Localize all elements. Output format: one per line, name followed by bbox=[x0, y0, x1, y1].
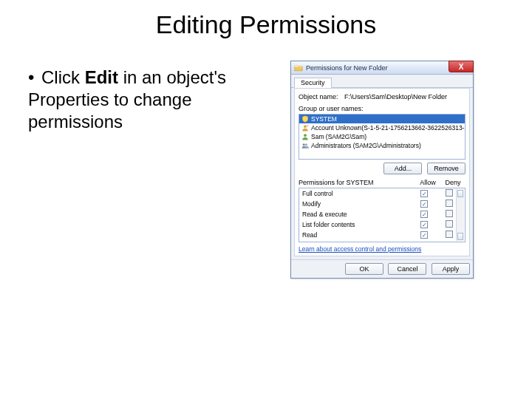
tab-strip: Security bbox=[291, 75, 473, 88]
folder-icon bbox=[294, 64, 303, 72]
person-unknown-icon: ? bbox=[301, 124, 309, 132]
user-item-system[interactable]: SYSTEM bbox=[299, 115, 465, 123]
security-panel: Object name: F:\Users\Sam\Desktop\New Fo… bbox=[294, 88, 470, 256]
allow-checkbox[interactable]: ✓ bbox=[420, 231, 428, 239]
perm-name: Modify bbox=[302, 200, 412, 208]
perm-name: List folder contents bbox=[302, 221, 412, 228]
scroll-up-icon[interactable] bbox=[457, 190, 463, 197]
user-item-label: Account Unknown(S-1-5-21-1756213662-3622… bbox=[311, 124, 466, 132]
user-item-unknown[interactable]: ? Account Unknown(S-1-5-21-1756213662-36… bbox=[299, 123, 465, 132]
permissions-scrollbar[interactable] bbox=[456, 189, 464, 241]
perm-row-full-control: Full control ✓ bbox=[299, 188, 465, 199]
svg-text:?: ? bbox=[307, 124, 309, 128]
close-icon: X bbox=[459, 63, 464, 71]
scroll-down-icon[interactable] bbox=[457, 233, 463, 240]
allow-checkbox[interactable]: ✓ bbox=[420, 190, 428, 197]
allow-checkbox[interactable]: ✓ bbox=[420, 200, 428, 208]
ok-button[interactable]: OK bbox=[345, 263, 383, 275]
dialog-titlebar[interactable]: Permissions for New Folder X bbox=[291, 61, 473, 75]
group-users-label: Group or user names: bbox=[299, 105, 364, 112]
deny-checkbox[interactable] bbox=[446, 200, 453, 207]
add-button[interactable]: Add... bbox=[383, 163, 422, 174]
perm-row-read: Read ✓ bbox=[299, 230, 465, 240]
svg-point-3 bbox=[303, 143, 305, 146]
perm-row-modify: Modify ✓ bbox=[299, 199, 465, 209]
apply-button[interactable]: Apply bbox=[432, 263, 470, 275]
allow-checkbox[interactable]: ✓ bbox=[420, 221, 428, 228]
permissions-dialog: Permissions for New Folder X Security Ob… bbox=[290, 61, 474, 279]
group-icon bbox=[301, 142, 309, 149]
user-item-sam[interactable]: Sam (SAM2G\Sam) bbox=[299, 132, 465, 141]
perm-row-list-folder: List folder contents ✓ bbox=[299, 219, 465, 230]
perm-row-read-execute: Read & execute ✓ bbox=[299, 209, 465, 219]
dialog-title: Permissions for New Folder bbox=[306, 64, 388, 72]
perm-name: Read bbox=[302, 231, 412, 239]
object-name-row: Object name: F:\Users\Sam\Desktop\New Fo… bbox=[299, 93, 466, 100]
permissions-grid: Full control ✓ Modify ✓ Read & execute ✓… bbox=[299, 188, 466, 242]
permissions-header: Permissions for SYSTEM Allow Deny bbox=[299, 179, 466, 186]
svg-point-2 bbox=[304, 134, 307, 137]
person-icon bbox=[301, 133, 309, 140]
cancel-button[interactable]: Cancel bbox=[388, 263, 426, 275]
user-item-label: Administrators (SAM2G\Administrators) bbox=[311, 142, 421, 149]
bullet-marker: • bbox=[28, 66, 41, 89]
allow-header: Allow bbox=[415, 179, 440, 186]
close-button[interactable]: X bbox=[449, 61, 474, 72]
slide-title: Editing Permissions bbox=[0, 10, 532, 39]
bullet-bold: Edit bbox=[85, 67, 118, 87]
deny-checkbox[interactable] bbox=[446, 189, 453, 197]
perm-name: Read & execute bbox=[302, 211, 412, 218]
object-name-value: F:\Users\Sam\Desktop\New Folder bbox=[344, 93, 447, 100]
user-item-label: Sam (SAM2G\Sam) bbox=[311, 133, 366, 140]
user-buttons: Add... Remove bbox=[299, 163, 466, 174]
remove-button[interactable]: Remove bbox=[427, 163, 466, 174]
perm-name: Full control bbox=[302, 190, 412, 197]
user-item-label: SYSTEM bbox=[311, 115, 337, 123]
deny-checkbox[interactable] bbox=[446, 231, 453, 238]
tab-security[interactable]: Security bbox=[294, 78, 332, 88]
learn-link[interactable]: Learn about access control and permissio… bbox=[299, 245, 421, 253]
deny-checkbox[interactable] bbox=[446, 210, 453, 217]
permissions-for-label: Permissions for SYSTEM bbox=[299, 179, 415, 186]
slide-bullet: •Click Edit in an object's Properties to… bbox=[28, 66, 272, 133]
user-list[interactable]: SYSTEM ? Account Unknown(S-1-5-21-175621… bbox=[299, 114, 466, 160]
shield-icon bbox=[301, 115, 309, 123]
user-item-administrators[interactable]: Administrators (SAM2G\Administrators) bbox=[299, 141, 465, 150]
deny-checkbox[interactable] bbox=[446, 220, 453, 228]
dialog-footer: OK Cancel Apply bbox=[291, 259, 473, 278]
bullet-prefix: Click bbox=[41, 67, 85, 87]
svg-point-4 bbox=[305, 143, 307, 146]
object-name-label: Object name: bbox=[299, 93, 338, 100]
allow-checkbox[interactable]: ✓ bbox=[420, 211, 428, 218]
deny-header: Deny bbox=[440, 179, 466, 186]
